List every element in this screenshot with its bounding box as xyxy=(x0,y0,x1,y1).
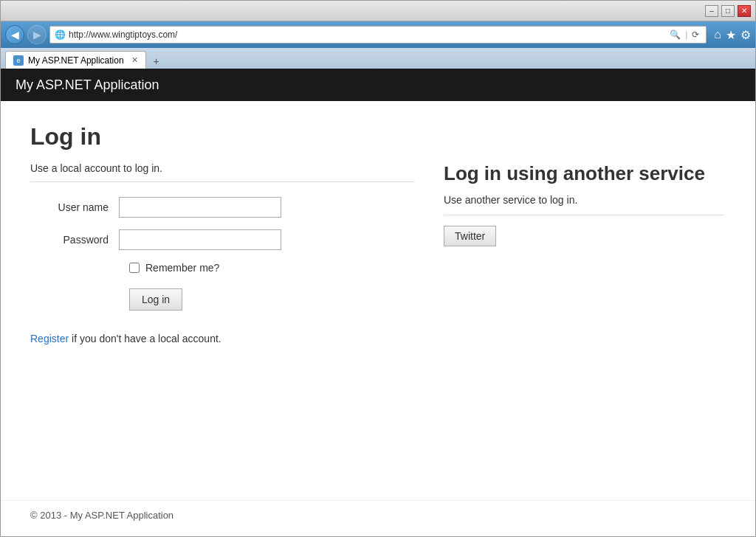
globe-icon: 🌐 xyxy=(55,30,66,40)
password-label: Password xyxy=(30,234,119,246)
twitter-button[interactable]: Twitter xyxy=(444,226,496,246)
login-button-row: Log in xyxy=(129,288,414,311)
refresh-icon[interactable]: ⟳ xyxy=(690,29,701,41)
password-row: Password xyxy=(30,229,414,250)
home-button[interactable]: ⌂ xyxy=(714,28,721,41)
back-button[interactable]: ◀ xyxy=(5,25,24,44)
title-bar-controls: – □ ✕ xyxy=(705,5,751,17)
title-bar: – □ ✕ xyxy=(1,1,755,21)
external-login-title: Log in using another service xyxy=(444,162,724,185)
settings-button[interactable]: ⚙ xyxy=(740,28,751,42)
register-suffix-text: if you don't have a local account. xyxy=(69,333,221,344)
username-input[interactable] xyxy=(119,197,281,218)
new-tab-button[interactable]: + xyxy=(148,54,165,69)
app-title: My ASP.NET Application xyxy=(16,77,159,93)
tab-favicon: e xyxy=(13,55,24,66)
footer-text: © 2013 - My ASP.NET Application xyxy=(30,510,173,521)
password-input[interactable] xyxy=(119,229,281,250)
back-icon: ◀ xyxy=(11,29,19,41)
app-navbar: My ASP.NET Application xyxy=(1,69,755,101)
right-section: Log in using another service Use another… xyxy=(444,162,724,344)
favorites-button[interactable]: ★ xyxy=(726,28,736,42)
remember-me-checkbox[interactable] xyxy=(129,263,140,273)
forward-icon: ▶ xyxy=(33,29,41,41)
address-bar[interactable]: 🌐 http://www.wingtiptoys.com/ 🔍 | ⟳ xyxy=(49,26,707,44)
minimize-button[interactable]: – xyxy=(705,5,718,17)
content-row: Use a local account to log in. User name… xyxy=(30,162,726,344)
external-login-subtitle: Use another service to log in. xyxy=(444,194,724,215)
main-content: Log in Use a local account to log in. Us… xyxy=(1,101,755,500)
forward-button[interactable]: ▶ xyxy=(27,25,47,44)
remember-me-row: Remember me? xyxy=(129,262,414,274)
close-button[interactable]: ✕ xyxy=(738,5,751,17)
address-text: http://www.wingtiptoys.com/ xyxy=(69,30,664,40)
register-row: Register if you don't have a local accou… xyxy=(30,333,414,344)
search-icon[interactable]: 🔍 xyxy=(667,29,683,41)
remember-me-label: Remember me? xyxy=(145,262,219,274)
nav-right-buttons: ⌂ ★ ⚙ xyxy=(714,28,751,42)
restore-button[interactable]: □ xyxy=(721,5,735,17)
local-login-subtitle: Use a local account to log in. xyxy=(30,162,414,182)
address-bar-controls: 🔍 | ⟳ xyxy=(667,29,701,41)
page-title: Log in xyxy=(30,123,726,150)
footer: © 2013 - My ASP.NET Application xyxy=(1,500,755,536)
left-section: Use a local account to log in. User name… xyxy=(30,162,414,344)
active-tab[interactable]: e My ASP.NET Application ✕ xyxy=(5,51,146,69)
tab-close-icon[interactable]: ✕ xyxy=(131,55,138,65)
username-row: User name xyxy=(30,197,414,218)
register-link[interactable]: Register xyxy=(30,333,69,344)
browser-window: – □ ✕ ◀ ▶ 🌐 http://www.wingtiptoys.com/ … xyxy=(0,0,756,537)
tabs-bar: e My ASP.NET Application ✕ + xyxy=(1,48,755,69)
tab-label: My ASP.NET Application xyxy=(28,55,124,66)
username-label: User name xyxy=(30,201,119,213)
login-button[interactable]: Log in xyxy=(129,288,182,311)
nav-bar: ◀ ▶ 🌐 http://www.wingtiptoys.com/ 🔍 | ⟳ … xyxy=(1,21,755,48)
divider: | xyxy=(685,30,687,40)
